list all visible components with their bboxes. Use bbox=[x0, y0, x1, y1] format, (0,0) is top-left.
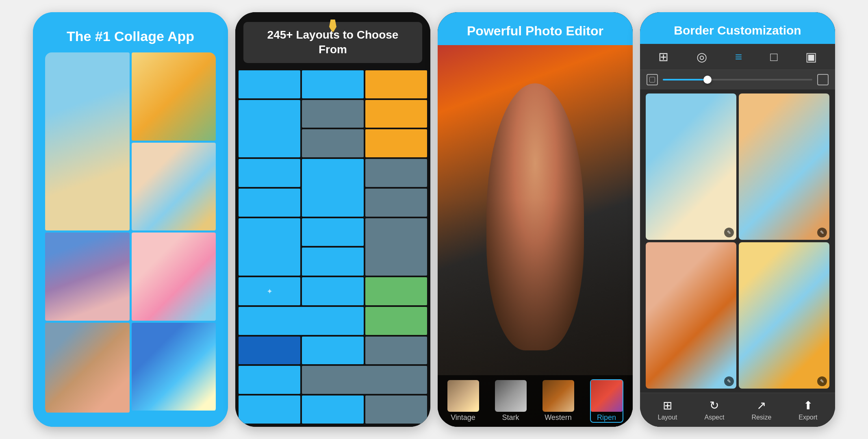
layout-cell bbox=[365, 100, 427, 128]
layout-cell bbox=[302, 129, 364, 157]
layout-cell bbox=[239, 159, 300, 187]
layout-cell bbox=[365, 218, 427, 276]
photo-portrait: Vintage Stark Western bbox=[438, 45, 633, 427]
layout-cell bbox=[365, 70, 427, 98]
phone4-bottom-toolbar: ⊞ Layout ↻ Aspect ↗ Resize ⬆ Export bbox=[640, 393, 835, 427]
square-icon[interactable]: □ bbox=[770, 50, 777, 64]
layout-cell bbox=[365, 277, 427, 305]
layout-cell bbox=[302, 337, 364, 365]
edit-btn-3[interactable]: ✎ bbox=[724, 376, 734, 386]
aspect-button[interactable]: ↻ Aspect bbox=[705, 399, 725, 421]
edit-btn-1[interactable]: ✎ bbox=[724, 228, 734, 237]
photo-preview-grid: ✎ ✎ ✎ ✎ bbox=[640, 89, 835, 393]
layout-grid-container: ✦ bbox=[235, 67, 430, 427]
slider-max-icon bbox=[817, 74, 829, 85]
layout-cell bbox=[302, 366, 427, 394]
slider-fill bbox=[663, 79, 707, 80]
edit-btn-2[interactable]: ✎ bbox=[817, 228, 827, 237]
layout-cell bbox=[302, 277, 364, 305]
resize-icon: ↗ bbox=[757, 399, 766, 412]
collage-photo-3 bbox=[132, 143, 216, 231]
filter-western-label: Western bbox=[545, 413, 572, 422]
circle-icon[interactable]: ◎ bbox=[697, 50, 707, 64]
filter-western[interactable]: Western bbox=[542, 380, 574, 422]
preview-cell-1[interactable]: ✎ bbox=[646, 93, 736, 240]
layout-button[interactable]: ⊞ Layout bbox=[658, 399, 677, 421]
slider-row bbox=[640, 70, 835, 89]
edit-btn-4[interactable]: ✎ bbox=[817, 376, 827, 386]
phone1-title: The #1 Collage App bbox=[67, 28, 194, 44]
preview-cell-2[interactable]: ✎ bbox=[739, 93, 829, 240]
export-label: Export bbox=[799, 414, 817, 421]
layout-cell bbox=[302, 70, 364, 98]
filter-ripen-img bbox=[591, 380, 623, 412]
filter-stark-img bbox=[495, 380, 527, 412]
filter-ripen-label: Ripen bbox=[597, 413, 616, 422]
filter-stark-label: Stark bbox=[502, 413, 519, 422]
layout-cell bbox=[239, 366, 300, 394]
phone3-title: Powerful Photo Editor bbox=[446, 24, 625, 39]
collage-photo-7 bbox=[132, 323, 216, 411]
export-button[interactable]: ⬆ Export bbox=[799, 399, 817, 421]
filter-vintage[interactable]: Vintage bbox=[447, 380, 479, 422]
layout-cell bbox=[365, 189, 427, 217]
phone4-header: Border Customization bbox=[640, 12, 835, 44]
slider-min-icon bbox=[647, 74, 658, 85]
layout-cell bbox=[239, 396, 300, 424]
layout-cell bbox=[302, 218, 364, 246]
layout-cell bbox=[365, 307, 427, 335]
layout-cell bbox=[302, 248, 364, 276]
filter-vintage-img bbox=[447, 380, 479, 412]
double-square-icon[interactable]: ▣ bbox=[805, 50, 817, 64]
collage-photo-2 bbox=[132, 52, 216, 141]
phone-2: 245+ Layouts to Choose From bbox=[235, 12, 430, 427]
phone4-title: Border Customization bbox=[648, 24, 827, 37]
layout-cell: ✦ bbox=[239, 277, 300, 305]
layout-cell bbox=[239, 337, 300, 365]
layout-grid: ✦ bbox=[239, 70, 427, 424]
phone-3: Powerful Photo Editor Vintage bbox=[438, 12, 633, 427]
lines-icon[interactable]: ≡ bbox=[735, 50, 742, 64]
phone2-header: 245+ Layouts to Choose From bbox=[235, 12, 430, 67]
filter-ripen[interactable]: Ripen bbox=[590, 379, 623, 423]
aspect-label: Aspect bbox=[705, 414, 725, 421]
layout-cell bbox=[365, 396, 427, 424]
export-icon: ⬆ bbox=[803, 399, 813, 412]
collage-grid bbox=[45, 52, 216, 415]
layout-cell bbox=[365, 337, 427, 365]
layout-cell bbox=[302, 100, 364, 128]
preview-cell-4[interactable]: ✎ bbox=[739, 242, 829, 389]
layout-cell bbox=[365, 129, 427, 157]
layout-cell bbox=[239, 307, 364, 335]
resize-label: Resize bbox=[751, 414, 771, 421]
layout-icon: ⊞ bbox=[663, 399, 672, 412]
layout-cell bbox=[302, 159, 364, 217]
layout-cell bbox=[239, 70, 300, 98]
phone4-top-toolbar: ⊞ ◎ ≡ □ ▣ bbox=[640, 44, 835, 70]
filter-western-img bbox=[542, 380, 574, 412]
layout-cell bbox=[239, 189, 300, 217]
filter-stark[interactable]: Stark bbox=[495, 380, 527, 422]
aspect-icon: ↻ bbox=[710, 399, 719, 412]
collage-photo-5 bbox=[132, 233, 216, 321]
slider-thumb[interactable] bbox=[703, 76, 712, 84]
collage-photo-1 bbox=[45, 52, 130, 230]
layout-cell bbox=[302, 396, 364, 424]
layout-label: Layout bbox=[658, 414, 677, 421]
photo-portrait-container: Vintage Stark Western bbox=[438, 45, 633, 427]
phone-4: Border Customization ⊞ ◎ ≡ □ ▣ bbox=[640, 12, 835, 427]
filter-strip: Vintage Stark Western bbox=[438, 375, 633, 427]
phone-1: The #1 Collage App bbox=[33, 12, 228, 427]
preview-cell-3[interactable]: ✎ bbox=[646, 242, 736, 389]
border-slider[interactable] bbox=[663, 79, 812, 80]
layout-cell bbox=[365, 159, 427, 187]
collage-photo-6 bbox=[45, 323, 130, 413]
filter-vintage-label: Vintage bbox=[451, 413, 475, 422]
phone3-header: Powerful Photo Editor bbox=[438, 12, 633, 45]
collage-photo-4 bbox=[45, 233, 130, 321]
layout-cell bbox=[239, 218, 300, 276]
layout-cell bbox=[239, 100, 300, 158]
grid-icon[interactable]: ⊞ bbox=[658, 50, 668, 64]
resize-button[interactable]: ↗ Resize bbox=[751, 399, 771, 421]
